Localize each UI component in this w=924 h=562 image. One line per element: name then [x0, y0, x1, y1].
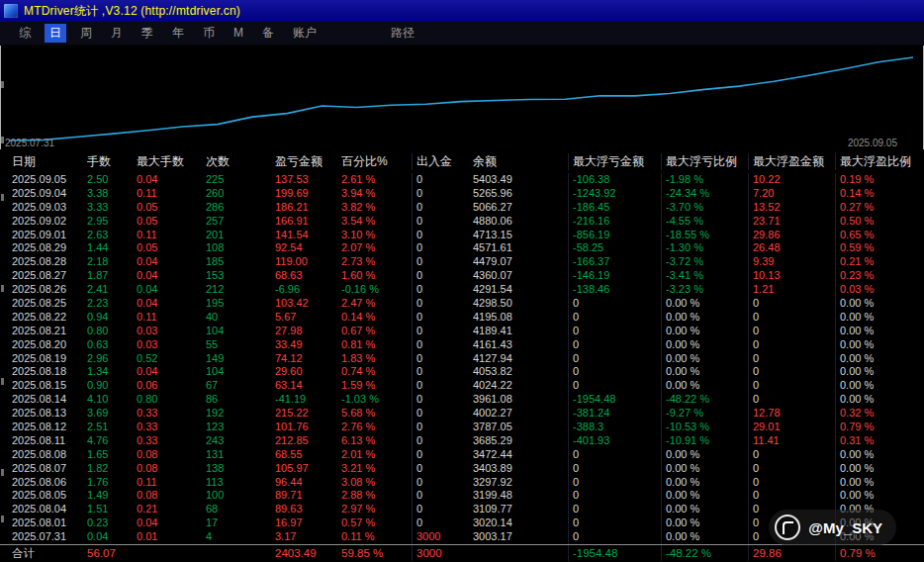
row-cell: 2.76 % [341, 421, 416, 434]
table-row[interactable]: 2025.08.150.900.066763.141.59 %04024.220… [0, 379, 924, 393]
row-cell: 0 [568, 489, 665, 503]
table-row[interactable]: 2025.08.210.800.0310427.980.67 %04189.41… [0, 325, 924, 338]
row-cell: 0 [748, 338, 839, 352]
stats-table: 日期手数最大手数次数盈亏金额百分比%出入金余额最大浮亏金额最大浮亏比例最大浮盈金… [0, 149, 924, 561]
menu-item-币[interactable]: 币 [198, 24, 220, 43]
column-header[interactable]: 出入金 [412, 153, 473, 170]
table-row[interactable]: 2025.09.022.950.05257166.913.54 %04880.0… [0, 215, 924, 229]
table-row[interactable]: 2025.08.252.230.04195103.422.47 %04298.5… [0, 297, 924, 311]
menu-item-路径[interactable]: 路径 [386, 24, 419, 43]
row-cell: 4291.54 [473, 283, 572, 297]
row-cell: 0.63 [87, 338, 137, 352]
menu-item-年[interactable]: 年 [167, 24, 189, 43]
row-cell: 0.00 % [835, 325, 924, 338]
row-cell: 0 [568, 503, 665, 516]
column-header[interactable]: 最大浮亏金额 [568, 153, 665, 170]
menu-item-综[interactable]: 综 [14, 24, 36, 43]
row-cell: 1.60 % [341, 269, 416, 283]
row-cell: 4127.94 [473, 352, 572, 366]
row-cell: -3.41 % [661, 269, 752, 283]
table-row[interactable]: 2025.08.071.820.08138105.973.21 %03403.8… [0, 462, 924, 476]
row-cell: -1.30 % [661, 241, 752, 255]
table-row[interactable]: 2025.08.181.340.0410429.600.74 %04053.82… [0, 365, 924, 379]
chart-end-date-label: 2025.09.05 [848, 138, 897, 148]
total-cell: 0.79 % [835, 545, 924, 561]
menu-item-周[interactable]: 周 [75, 24, 97, 43]
row-cell: 0.33 [137, 421, 206, 434]
row-cell: -1.03 % [341, 393, 416, 407]
table-row[interactable]: 2025.08.262.410.04212-6.96-0.16 %04291.5… [0, 283, 924, 297]
table-row[interactable]: 2025.08.114.760.33243212.856.13 %03685.2… [0, 434, 924, 448]
table-row[interactable]: 2025.08.192.960.5214974.121.83 %04127.94… [0, 352, 924, 366]
column-header[interactable]: 最大浮盈金额 [748, 153, 839, 170]
row-cell: 3003.17 [473, 530, 572, 544]
row-cell: 0.21 % [835, 255, 924, 269]
column-header[interactable]: 百分比% [341, 153, 416, 170]
row-cell: 149 [206, 352, 275, 366]
row-cell: 2025.08.21 [12, 325, 87, 338]
row-cell: 2025.08.26 [12, 283, 87, 297]
row-cell: 0.00 % [661, 338, 752, 352]
table-row[interactable]: 2025.09.033.330.05286186.213.82 %05066.2… [0, 201, 924, 215]
menu-item-备[interactable]: 备 [257, 24, 279, 43]
menu-item-日[interactable]: 日 [45, 24, 66, 43]
table-row[interactable]: 2025.08.291.440.0510892.542.07 %04571.61… [0, 241, 924, 255]
table-row[interactable]: 2025.08.061.760.1111396.443.08 %03297.92… [0, 476, 924, 490]
row-cell: 0.14 % [341, 311, 416, 325]
left-edge-mark [1, 285, 4, 292]
table-row[interactable]: 2025.08.220.940.11405.670.14 %04195.0800… [0, 311, 924, 325]
column-header[interactable]: 次数 [206, 153, 275, 170]
table-row[interactable]: 2025.08.122.510.33123101.762.76 %03787.0… [0, 421, 924, 434]
row-cell: 2025.09.02 [12, 215, 87, 229]
row-cell: 0 [748, 311, 839, 325]
table-row[interactable]: 2025.08.282.180.04185119.002.73 %04479.0… [0, 255, 924, 269]
table-row[interactable]: 2025.08.081.650.0813168.552.01 %03472.44… [0, 448, 924, 462]
row-cell: 0 [568, 338, 665, 352]
row-cell: 0.67 % [341, 325, 416, 338]
column-header[interactable]: 余额 [473, 153, 572, 170]
row-cell: 0.80 [137, 393, 206, 407]
column-header[interactable]: 手数 [87, 153, 137, 170]
row-cell: 2.47 % [341, 297, 416, 311]
row-cell: 1.59 % [341, 379, 416, 393]
row-cell: 6.13 % [341, 434, 416, 448]
row-cell: 0.33 [137, 434, 206, 448]
table-row[interactable]: 2025.08.144.100.8086-41.19-1.03 %03961.0… [0, 393, 924, 407]
row-cell: 1.82 [87, 462, 137, 476]
menu-item-M[interactable]: M [229, 24, 248, 43]
row-cell: 2.88 % [341, 489, 416, 503]
column-header[interactable]: 最大浮盈比例 [835, 153, 924, 170]
row-cell: 1.21 [748, 283, 839, 297]
row-cell: 0.00 % [835, 365, 924, 379]
total-cell [206, 545, 275, 561]
table-row[interactable]: 2025.09.012.630.11201141.543.10 %04713.1… [0, 229, 924, 242]
app-icon [4, 4, 18, 18]
table-row[interactable]: 2025.09.043.380.11260199.693.94 %05265.9… [0, 187, 924, 201]
row-cell: 105.97 [275, 462, 341, 476]
row-cell: 0 [748, 462, 839, 476]
menu-item-季[interactable]: 季 [137, 24, 158, 43]
table-row[interactable]: 2025.09.052.500.04225137.532.61 %05403.4… [0, 173, 924, 187]
table-row[interactable]: 2025.08.133.690.33192215.225.68 %04002.2… [0, 407, 924, 421]
column-header[interactable]: 最大手数 [137, 153, 206, 170]
row-cell: 286 [206, 201, 275, 215]
total-cell [473, 545, 572, 561]
left-edge-mark [1, 194, 4, 201]
table-row[interactable]: 2025.08.051.490.0810089.712.88 %03199.48… [0, 489, 924, 503]
column-header[interactable]: 日期 [12, 153, 87, 170]
row-cell: 0 [412, 241, 473, 255]
row-cell: 212.85 [275, 434, 341, 448]
column-header[interactable]: 盈亏金额 [275, 153, 341, 170]
menu-item-月[interactable]: 月 [106, 24, 128, 43]
table-row[interactable]: 2025.08.200.630.035533.490.81 %04161.430… [0, 338, 924, 352]
menu-item-账户[interactable]: 账户 [288, 24, 322, 43]
row-cell: 2025.08.05 [12, 489, 87, 503]
row-cell: 2025.08.15 [12, 379, 87, 393]
column-header[interactable]: 最大浮亏比例 [661, 153, 752, 170]
row-cell: -41.19 [275, 393, 341, 407]
row-cell: 0.33 [137, 407, 206, 421]
table-row[interactable]: 2025.08.271.870.0415368.631.60 %04360.07… [0, 269, 924, 283]
row-cell: 0 [568, 325, 665, 338]
row-cell: 0.00 % [835, 379, 924, 393]
row-cell: 5403.49 [473, 173, 572, 187]
